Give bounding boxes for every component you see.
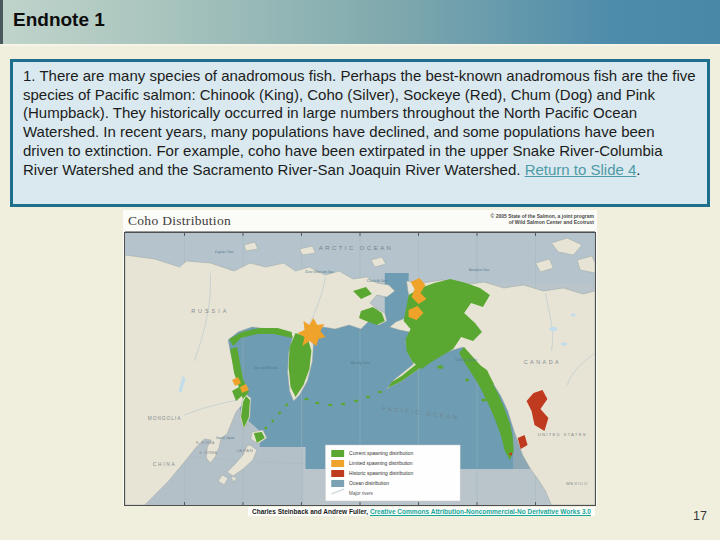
legend-label-rivers: Major rivers <box>349 491 374 496</box>
label-japan: JAPAN <box>236 448 253 453</box>
creative-commons-link[interactable]: Creative Commons Attribution-Noncommerci… <box>370 508 591 515</box>
slide-header: Endnote 1 <box>0 0 720 46</box>
coho-distribution-map-panel: Coho Distribution © 2005 State of the Sa… <box>123 210 597 506</box>
label-sea-of-japan: Sea of Japan <box>216 436 235 440</box>
map-header: Coho Distribution © 2005 State of the Sa… <box>125 210 595 232</box>
label-arctic-ocean: ARCTIC OCEAN <box>319 245 394 251</box>
map-attribution: © 2005 State of the Salmon, a joint prog… <box>491 214 594 225</box>
endnote-period: . <box>636 161 640 178</box>
map-caption: Charles Steinback and Andrew Fuller, Cre… <box>248 507 595 516</box>
legend-label-historic: Historic spawning distribution <box>349 471 413 476</box>
map-title: Coho Distribution <box>128 213 231 229</box>
label-mongolia: MONGOLIA <box>148 416 182 421</box>
page-number: 17 <box>693 509 707 523</box>
label-mexico: MEXICO <box>566 481 588 486</box>
legend-swatch-historic <box>331 470 344 477</box>
coho-distribution-map: ARCTIC OCEAN Laptev Sea East Siberian Se… <box>125 233 595 505</box>
label-canada: CANADA <box>524 359 562 365</box>
label-russia: RUSSIA <box>191 308 229 314</box>
label-s-korea: S. KOREA <box>199 451 218 455</box>
label-beaufort-sea: Beaufort Sea <box>469 267 490 272</box>
legend-label-current: Current spawning distribution <box>349 451 413 456</box>
legend-swatch-current <box>331 450 344 457</box>
map-attribution-line2: of Wild Salmon Center and Ecotrust <box>491 220 594 226</box>
caption-authors: Charles Steinback and Andrew Fuller, <box>252 508 370 515</box>
label-united-states: UNITED STATES <box>538 432 587 437</box>
label-chukchi-sea: Chukchi Sea <box>367 278 387 283</box>
slide-title: Endnote 1 <box>13 9 105 31</box>
legend-swatch-ocean <box>331 480 344 487</box>
label-east-siberian-sea: East Siberian Sea <box>304 269 333 274</box>
legend-label-limited: Limited spawning distribution <box>349 461 413 466</box>
return-to-slide-link[interactable]: Return to Slide 4 <box>525 161 637 178</box>
label-bering-sea: Bering Sea <box>351 360 369 365</box>
label-china: CHINA <box>153 462 177 467</box>
endnote-text-box: 1. There are many species of anadromous … <box>10 59 710 207</box>
label-n-korea: N. KOREA <box>196 441 215 445</box>
map-legend: Current spawning distribution Limited sp… <box>325 445 460 501</box>
label-laptev-sea: Laptev Sea <box>214 249 233 254</box>
legend-swatch-limited <box>331 460 344 467</box>
label-gulf-of-alaska: Gulf of Alaska <box>455 358 477 362</box>
presentation-slide: Endnote 1 1. There are many species of a… <box>0 0 720 540</box>
legend-label-ocean: Ocean distribution <box>349 481 389 486</box>
header-accent-stripe <box>0 0 3 44</box>
label-sea-of-okhotsk: Sea of Okhotsk <box>254 365 278 370</box>
map-image: ARCTIC OCEAN Laptev Sea East Siberian Se… <box>124 232 596 506</box>
